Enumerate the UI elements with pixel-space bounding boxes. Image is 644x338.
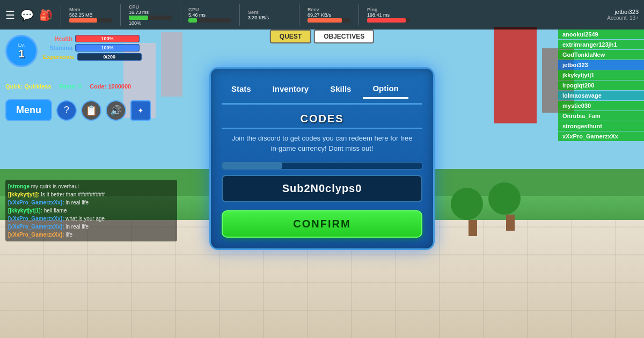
codes-description: Join the discord to get codes you can re… (222, 133, 422, 154)
modal-overlay: Stats Inventory Skills Option CODES Join… (0, 0, 644, 338)
tab-skills[interactable]: Skills (320, 79, 361, 99)
code-input[interactable] (222, 175, 422, 202)
code-input-progress-bar (222, 162, 422, 170)
tab-option[interactable]: Option (363, 79, 408, 99)
tab-stats[interactable]: Stats (222, 79, 261, 99)
confirm-button[interactable]: CONFIRM (222, 210, 422, 238)
codes-title: CODES (222, 113, 422, 129)
dialog-tabs: Stats Inventory Skills Option (222, 79, 422, 105)
tab-inventory[interactable]: Inventory (263, 79, 319, 99)
dialog-box: Stats Inventory Skills Option CODES Join… (209, 67, 435, 250)
